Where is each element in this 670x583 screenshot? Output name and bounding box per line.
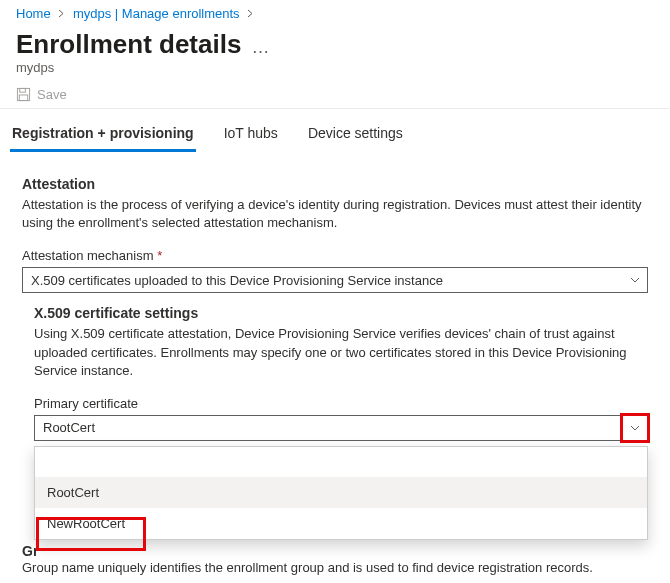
dropdown-option-empty[interactable] xyxy=(35,447,647,477)
more-actions-button[interactable]: … xyxy=(251,37,269,58)
chevron-down-icon xyxy=(629,274,641,286)
attestation-description: Attestation is the process of verifying … xyxy=(22,196,648,232)
svg-rect-2 xyxy=(19,95,27,101)
page-title: Enrollment details xyxy=(16,29,241,60)
svg-rect-1 xyxy=(20,88,26,92)
attestation-mechanism-select[interactable]: X.509 certificates uploaded to this Devi… xyxy=(22,267,648,293)
breadcrumb-manage-enrollments[interactable]: mydps | Manage enrollments xyxy=(73,6,240,21)
save-icon xyxy=(16,87,31,102)
primary-certificate-value: RootCert xyxy=(34,415,622,441)
chevron-down-icon xyxy=(629,422,641,434)
tab-registration-provisioning[interactable]: Registration + provisioning xyxy=(10,119,196,152)
page-subtitle: mydps xyxy=(0,60,670,83)
group-name-heading: Gr xyxy=(22,543,648,559)
primary-certificate-label: Primary certificate xyxy=(34,396,648,411)
tab-device-settings[interactable]: Device settings xyxy=(306,119,405,152)
command-bar: Save xyxy=(0,83,670,109)
save-button[interactable]: Save xyxy=(37,87,67,102)
primary-certificate-select[interactable]: RootCert xyxy=(34,415,648,441)
breadcrumb: Home mydps | Manage enrollments xyxy=(0,0,670,23)
primary-certificate-dropdown: RootCert NewRootCert xyxy=(34,446,648,540)
x509-heading: X.509 certificate settings xyxy=(34,305,648,321)
group-name-section: Gr Group name uniquely identifies the en… xyxy=(22,543,648,577)
tabs: Registration + provisioning IoT hubs Dev… xyxy=(0,109,670,152)
dropdown-option-newrootcert[interactable]: NewRootCert xyxy=(35,508,647,539)
primary-certificate-chevron[interactable] xyxy=(622,415,648,441)
breadcrumb-home[interactable]: Home xyxy=(16,6,51,21)
tab-iot-hubs[interactable]: IoT hubs xyxy=(222,119,280,152)
chevron-right-icon xyxy=(243,6,258,21)
group-name-description: Group name uniquely identifies the enrol… xyxy=(22,559,648,577)
chevron-right-icon xyxy=(54,6,69,21)
attestation-heading: Attestation xyxy=(22,176,648,192)
attestation-mechanism-value: X.509 certificates uploaded to this Devi… xyxy=(31,273,443,288)
attestation-mechanism-label: Attestation mechanism * xyxy=(22,248,648,263)
x509-description: Using X.509 certificate attestation, Dev… xyxy=(34,325,648,380)
dropdown-option-rootcert[interactable]: RootCert xyxy=(35,477,647,508)
